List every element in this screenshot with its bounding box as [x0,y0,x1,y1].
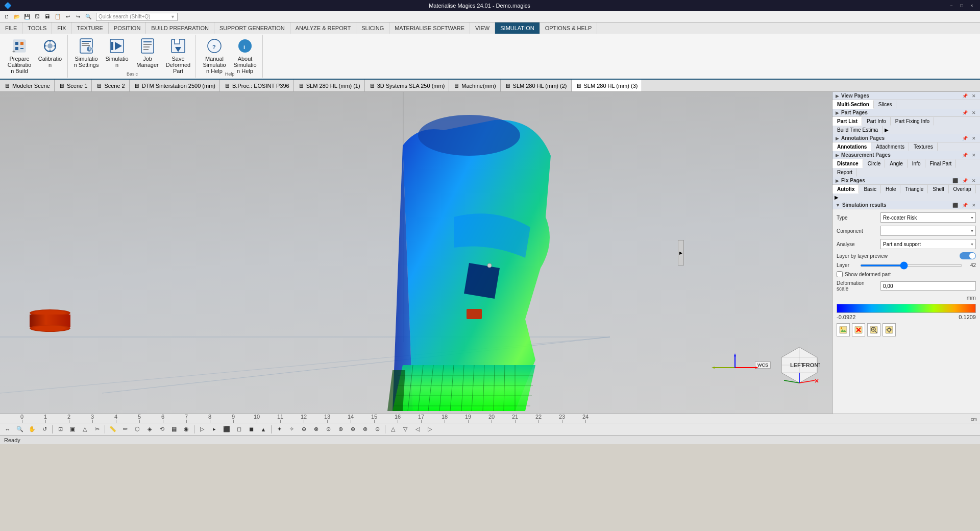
tool-c2[interactable]: ▽ [400,424,411,435]
about-simulation-help-button[interactable]: i About Simulation Help [231,36,259,70]
prepare-calibration-build-button[interactable]: + Prepare Calibration Build [5,36,34,70]
tool-b2[interactable]: ✧ [286,424,297,435]
component-select[interactable] [880,226,976,236]
qa-open[interactable]: 📂 [12,12,21,21]
tab-triangle[interactable]: Triangle [900,185,928,194]
tool-annotate[interactable]: ✏ [119,424,131,435]
tab-view[interactable]: VIEW [470,22,495,34]
tab-analyze[interactable]: ANALYZE & REPORT [290,22,356,34]
measure-pages-pin[interactable]: 📌 [961,153,969,158]
tool-a6[interactable]: ▲ [258,424,269,435]
tab-options[interactable]: OPTIONS & HELP [540,22,598,34]
tab-fix[interactable]: FIX [52,22,71,34]
tab-simulation[interactable]: SIMULATION [495,22,540,34]
close-button[interactable]: × [968,2,976,10]
qa-new[interactable]: 🗋 [2,12,11,21]
tab-angle[interactable]: Angle [885,159,908,168]
qa-btn5[interactable]: 🖬 [43,12,52,21]
tool-zoom[interactable]: 🔍 [14,424,26,435]
tool-t4[interactable]: ▦ [168,424,180,435]
qa-undo[interactable]: ↩ [63,12,72,21]
tab-shell[interactable]: Shell [928,185,948,194]
type-select-wrapper[interactable]: Re-coater Risk [880,212,976,223]
measure-pages-close[interactable]: ✕ [971,153,977,158]
tool-c3[interactable]: ◁ [412,424,423,435]
annotation-pages-pin[interactable]: 📌 [961,136,969,141]
tab-part-info[interactable]: Part Info [862,117,891,126]
sim-results-pin[interactable]: 📌 [961,203,969,208]
tool-a5[interactable]: ◼ [246,424,257,435]
fix-pages-expand[interactable]: ⬛ [951,178,959,183]
tool-c4[interactable]: ▷ [424,424,435,435]
tool-b3[interactable]: ⊕ [298,424,309,435]
tool-rotate[interactable]: ↺ [39,424,50,435]
tab-slicing[interactable]: SLICING [356,22,389,34]
simulation-button[interactable]: Simulation [103,36,131,70]
tab-slm3[interactable]: 🖥 SLM 280 HL (mm) (3) [572,80,643,92]
tab-bproc[interactable]: 🖥 B.Proc.: EOSINT P396 [220,80,294,92]
tab-slm2[interactable]: 🖥 SLM 280 HL (mm) (2) [501,80,572,92]
tab-textures[interactable]: Textures [909,142,938,151]
tool-b1[interactable]: ✦ [274,424,285,435]
fix-pages-close[interactable]: ✕ [971,178,977,183]
tool-a4[interactable]: ◻ [233,424,244,435]
tool-b7[interactable]: ⊛ [347,424,358,435]
tab-report[interactable]: Report [832,168,857,177]
tool-t3[interactable]: ⟲ [156,424,167,435]
tab-basic-fix[interactable]: Basic [859,185,880,194]
tool-t5[interactable]: ◉ [181,424,192,435]
tool-a1[interactable]: ▷ [197,424,208,435]
sim-results-close[interactable]: ✕ [971,203,977,208]
delete-image-button[interactable] [852,323,865,336]
layer-preview-toggle[interactable] [960,252,976,259]
tool-a2[interactable]: ▸ [209,424,220,435]
fix-tabs-more[interactable]: ▶ [832,194,841,201]
tab-build-prep[interactable]: BUILD PREPARATION [146,22,214,34]
part-pages-pin[interactable]: 📌 [961,110,969,115]
view-pages-pin[interactable]: 📌 [961,93,969,99]
tab-multi-section[interactable]: Multi-Section [832,100,874,109]
sim-results-expand[interactable]: ⬛ [951,203,959,208]
viewport-3d[interactable]: LEFT FRONT WCS ▶ [0,92,832,414]
tab-annotations[interactable]: Annotations [832,142,871,151]
manual-simulation-help-button[interactable]: ? Manual Simulation Help [200,36,229,70]
tab-hole[interactable]: Hole [881,185,901,194]
annotation-pages-close[interactable]: ✕ [971,136,977,141]
tab-sla[interactable]: 🖥 3D Systems SLA 250 (mm) [365,80,450,92]
calibration-button[interactable]: Calibration [36,36,64,70]
tab-slices[interactable]: Slices [874,100,897,109]
view-pages-expand[interactable]: ▶ [836,93,839,99]
component-select-wrapper[interactable] [880,226,976,236]
view-pages-close[interactable]: ✕ [971,93,977,99]
tab-tools[interactable]: TOOLS [22,22,52,34]
qa-save[interactable]: 💾 [22,12,32,21]
tool-b5[interactable]: ⊙ [323,424,334,435]
qa-search-icon-btn[interactable]: 🔍 [84,12,93,21]
simulation-settings-button[interactable]: ⚙ Simulation Settings [72,36,101,70]
tab-support-gen[interactable]: SUPPORT GENERATION [214,22,290,34]
tool-c1[interactable]: △ [387,424,399,435]
analyse-select-wrapper[interactable]: Part and support [880,239,976,249]
tab-mat-software[interactable]: MATERIALISE SOFTWARE [389,22,470,34]
restore-button[interactable]: □ [958,2,966,10]
view-cube[interactable]: LEFT FRONT [779,345,820,385]
tool-b9[interactable]: ⊝ [372,424,383,435]
part-pages-close[interactable]: ✕ [971,110,977,115]
tab-dtm[interactable]: 🖥 DTM Sinterstation 2500 (mm) [130,80,220,92]
tab-position[interactable]: POSITION [109,22,146,34]
tab-part-list[interactable]: Part List [832,117,862,126]
save-deformed-part-button[interactable]: Save Deformed Part [164,36,192,70]
tab-circle[interactable]: Circle [863,159,886,168]
tool-3d-view[interactable]: ⊡ [55,424,66,435]
tool-pan[interactable]: ✋ [27,424,38,435]
settings-gradient-button[interactable] [883,323,896,336]
job-manager-button[interactable]: Job Manager [133,36,162,70]
tool-t2[interactable]: ◈ [144,424,155,435]
tab-autofix[interactable]: Autofix [832,185,859,194]
tab-distance[interactable]: Distance [832,159,863,168]
tab-part-fixing[interactable]: Part Fixing Info [891,117,934,126]
tab-build-time[interactable]: Build Time Estima [832,126,883,134]
tab-modeler-scene[interactable]: 🖥 Modeler Scene [0,80,55,92]
tool-b8[interactable]: ⊜ [359,424,371,435]
deformation-scale-input[interactable] [880,281,976,291]
